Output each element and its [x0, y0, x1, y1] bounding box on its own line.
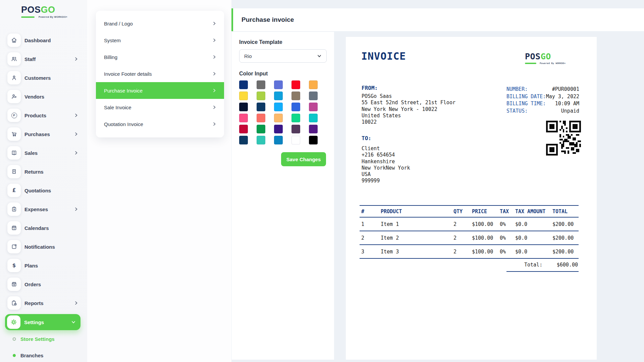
color-swatch[interactable]	[257, 125, 265, 133]
submenu-item-sale-invoice[interactable]: Sale Invoice	[96, 99, 224, 116]
submenu-item-label: Purchase Invoice	[104, 88, 143, 94]
color-swatch[interactable]	[291, 114, 300, 122]
color-swatch[interactable]	[274, 92, 283, 100]
sidebar-item-notifications[interactable]: Notifications	[7, 240, 80, 253]
sidebar-item-expenses[interactable]: $ Expenses	[7, 202, 80, 216]
sidebar-item-plans[interactable]: $ Plans	[7, 259, 80, 272]
color-swatch[interactable]	[239, 80, 248, 89]
user-icon	[7, 71, 21, 84]
color-swatch[interactable]	[257, 103, 265, 111]
sidebar-item-label: Vendors	[24, 94, 44, 100]
sidebar-item-settings[interactable]: Settings	[5, 314, 80, 330]
color-swatch[interactable]	[257, 136, 265, 144]
sidebar-item-purchases[interactable]: Purchases	[7, 127, 80, 141]
color-swatch[interactable]	[274, 114, 283, 122]
sidebar-item-label: Quotations	[24, 188, 51, 193]
invoice-preview: INVOICE POSGO Powered By WORKDO+ FROM: P…	[346, 37, 597, 360]
report-icon	[7, 296, 21, 310]
meta-row: BILLING DATE:May 3, 2022	[506, 93, 579, 101]
chevron-right-icon	[74, 132, 78, 136]
to-label: TO:	[362, 135, 371, 141]
logo-tagline: Powered By WORKDO+	[39, 16, 67, 18]
submenu-item-label: Sale Invoice	[104, 105, 131, 110]
color-swatch[interactable]	[291, 92, 300, 100]
submenu-item-billing[interactable]: Billing	[96, 49, 224, 65]
sidebar-item-label: Purchases	[24, 131, 50, 137]
sidebar-item-dashboard[interactable]: Dashboard	[7, 34, 80, 47]
book-icon	[7, 146, 21, 160]
sidebar-item-sales[interactable]: Sales	[7, 146, 80, 160]
color-swatch[interactable]	[257, 80, 265, 89]
billing-time: 10:09 AM	[555, 100, 579, 108]
color-swatch[interactable]	[291, 125, 300, 133]
invoice-items-table: # PRODUCT QTY PRICE TAX TAX AMOUNT TOTAL…	[360, 205, 579, 259]
settings-submenu: Brand / Logo System Billing Invoice Foot…	[96, 11, 224, 137]
color-swatch[interactable]	[309, 80, 318, 89]
sidebar-item-quotations[interactable]: £ Quotations	[7, 184, 80, 197]
logo-dash	[21, 16, 35, 18]
color-swatch[interactable]	[309, 92, 318, 100]
page-title: Purchase invoice	[241, 16, 294, 23]
sidebar-item-orders[interactable]: Orders	[7, 278, 80, 291]
sidebar-item-label: Customers	[24, 75, 51, 81]
color-swatch[interactable]	[291, 103, 300, 111]
submenu-item-brand-logo[interactable]: Brand / Logo	[96, 15, 224, 32]
color-swatch[interactable]	[239, 125, 248, 133]
chevron-right-icon	[212, 71, 217, 76]
invoice-template-select[interactable]: Rio	[239, 49, 327, 63]
color-swatch[interactable]	[239, 103, 248, 111]
color-swatch[interactable]	[309, 103, 318, 111]
invoice-logo: POSGO Powered By WORKDO+	[525, 52, 574, 65]
table-header-row: # PRODUCT QTY PRICE TAX TAX AMOUNT TOTAL	[360, 205, 579, 217]
submenu-item-purchase-invoice[interactable]: Purchase Invoice	[96, 82, 224, 99]
sidebar-item-returns[interactable]: Returns	[7, 165, 80, 178]
color-swatch[interactable]	[239, 92, 248, 100]
sidebar-item-label: Products	[24, 113, 46, 118]
logo-go: GO	[41, 5, 55, 15]
sidebar-item-label: Sales	[24, 150, 38, 156]
sidebar-item-staff[interactable]: Staff	[7, 52, 80, 66]
color-swatch[interactable]	[291, 136, 300, 144]
bullet-icon	[13, 354, 16, 357]
color-swatch[interactable]	[239, 114, 248, 122]
calendar-icon: 1	[7, 221, 21, 235]
submenu-item-system[interactable]: System	[96, 32, 224, 49]
color-swatch[interactable]	[257, 92, 265, 100]
chevron-right-icon	[212, 105, 217, 110]
from-label: FROM:	[362, 85, 378, 91]
submenu-item-label: Invoice Footer details	[104, 71, 152, 77]
chevron-down-icon	[317, 54, 322, 58]
submenu-item-invoice-footer[interactable]: Invoice Footer details	[96, 65, 224, 82]
billing-date: May 3, 2022	[546, 93, 579, 101]
sidebar-item-customers[interactable]: Customers	[7, 71, 80, 84]
sidebar-nav: Dashboard Staff Customers Vendors P Prod…	[7, 34, 80, 310]
sidebar-item-products[interactable]: P Products	[7, 109, 80, 122]
sidebar-item-calendars[interactable]: 1 Calendars	[7, 221, 80, 235]
status-value: Unpaid	[561, 108, 579, 115]
submenu-item-quotation-invoice[interactable]: Quotation Invoice	[96, 116, 224, 132]
color-swatch[interactable]	[274, 125, 283, 133]
color-swatch[interactable]	[309, 136, 318, 144]
table-row: 3Item 32$100.000%$0.0$200.00	[360, 245, 579, 258]
color-swatch[interactable]	[274, 80, 283, 89]
color-swatch[interactable]	[239, 136, 248, 144]
sidebar-item-vendors[interactable]: Vendors	[7, 90, 80, 103]
meta-row: BILLING TIME:10:09 AM	[506, 100, 579, 108]
color-swatch[interactable]	[291, 80, 300, 89]
logo-tagline: Powered By WORKDO+	[540, 62, 566, 65]
sidebar-item-branches[interactable]: Branches	[13, 353, 43, 358]
color-swatch[interactable]	[309, 114, 318, 122]
notification-icon	[7, 240, 21, 253]
sidebar-item-label: Staff	[24, 56, 36, 62]
sidebar-item-label: Returns	[24, 169, 44, 175]
save-changes-button[interactable]: Save Changes	[281, 152, 326, 166]
sidebar-item-store-settings[interactable]: Store Settings	[13, 336, 55, 342]
color-swatch[interactable]	[274, 103, 283, 111]
color-swatch[interactable]	[309, 125, 318, 133]
color-swatch[interactable]	[257, 114, 265, 122]
to-address: Client+216 654654HankenshireNew YorkNew …	[362, 145, 410, 184]
sidebar-item-reports[interactable]: Reports	[7, 296, 80, 310]
total-label: Total:	[524, 262, 542, 268]
color-swatch[interactable]	[274, 136, 283, 144]
app-logo: POSGO Powered By WORKDO+	[21, 5, 67, 18]
